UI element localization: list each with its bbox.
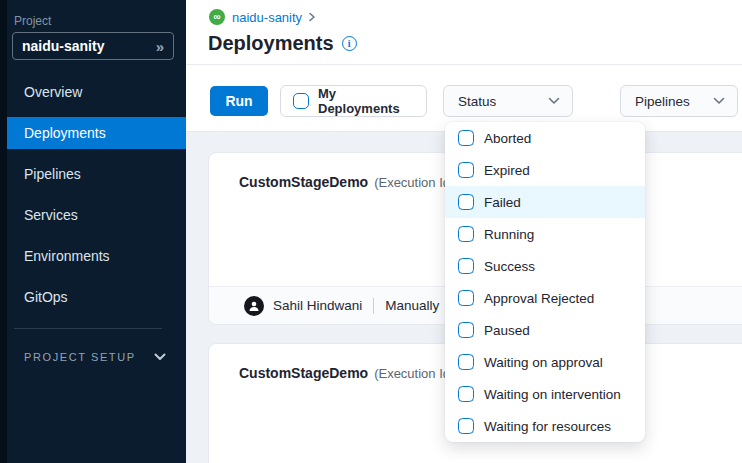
menu-item-success[interactable]: Success [445, 250, 645, 282]
sidebar-item-label: Environments [24, 248, 110, 264]
chevron-down-icon [548, 97, 560, 105]
menu-checkbox[interactable] [458, 386, 474, 402]
execution-id-label: (Execution Id [374, 366, 450, 381]
page-title: Deployments [208, 32, 334, 55]
menu-checkbox[interactable] [458, 354, 474, 370]
menu-checkbox[interactable] [458, 130, 474, 146]
menu-item-label: Paused [484, 323, 530, 338]
my-deployments-checkbox[interactable] [293, 93, 309, 109]
cd-module-icon: ∞ [209, 9, 225, 25]
sidebar-item-label: Overview [24, 84, 82, 100]
menu-checkbox[interactable] [458, 290, 474, 306]
chevron-down-icon [154, 353, 166, 361]
sidebar-item-label: Deployments [24, 125, 106, 141]
status-filter-dropdown[interactable]: Status [443, 85, 573, 117]
sidebar-item-environments[interactable]: Environments [7, 240, 186, 272]
menu-item-label: Running [484, 227, 534, 242]
sidebar-item-pipelines[interactable]: Pipelines [7, 158, 186, 190]
menu-item-label: Approval Rejected [484, 291, 594, 306]
menu-item-label: Failed [484, 195, 521, 210]
sidebar-item-gitops[interactable]: GitOps [7, 281, 186, 313]
sidebar: Project naidu-sanity » Overview Deployme… [0, 0, 186, 463]
my-deployments-label: My Deployments [318, 86, 414, 116]
menu-item-waiting-on-approval[interactable]: Waiting on approval [445, 346, 645, 378]
header-divider [186, 64, 742, 65]
project-selector-value: naidu-sanity [22, 38, 104, 54]
main-content: ∞ naidu-sanity Deployments i Run My Depl… [186, 0, 742, 463]
project-setup-label: PROJECT SETUP [24, 351, 136, 363]
execution-card-title-row: CustomStageDemo (Execution Id [239, 174, 450, 190]
breadcrumb: ∞ naidu-sanity [209, 9, 316, 25]
footer-divider [373, 298, 374, 314]
execution-card-title-row: CustomStageDemo (Execution Id [239, 365, 450, 381]
menu-item-approval-rejected[interactable]: Approval Rejected [445, 282, 645, 314]
user-avatar [244, 296, 264, 316]
project-selector[interactable]: naidu-sanity » [12, 32, 174, 60]
menu-item-aborted[interactable]: Aborted [445, 122, 645, 154]
chevron-down-icon [713, 97, 725, 105]
menu-item-label: Waiting on intervention [484, 387, 621, 402]
double-chevron-icon[interactable]: » [156, 39, 164, 54]
sidebar-item-services[interactable]: Services [7, 199, 186, 231]
sidebar-divider [14, 328, 162, 329]
status-filter-menu: Aborted Expired Failed Running Success A… [445, 122, 645, 442]
person-icon [248, 300, 260, 312]
chevron-right-icon [308, 12, 316, 22]
menu-item-label: Waiting for resources [484, 419, 611, 434]
menu-item-waiting-for-resources[interactable]: Waiting for resources [445, 410, 645, 442]
sidebar-item-deployments[interactable]: Deployments [7, 117, 186, 149]
sidebar-item-label: Pipelines [24, 166, 81, 182]
menu-item-label: Waiting on approval [484, 355, 603, 370]
trigger-type: Manually [385, 298, 439, 313]
pipelines-filter-label: Pipelines [635, 94, 690, 109]
menu-item-expired[interactable]: Expired [445, 154, 645, 186]
module-rail [0, 0, 7, 463]
menu-checkbox[interactable] [458, 194, 474, 210]
menu-checkbox[interactable] [458, 418, 474, 434]
menu-item-paused[interactable]: Paused [445, 314, 645, 346]
sidebar-item-label: Services [24, 207, 78, 223]
menu-item-label: Expired [484, 163, 530, 178]
page-title-row: Deployments i [208, 32, 357, 55]
my-deployments-filter[interactable]: My Deployments [280, 85, 427, 117]
pipelines-filter-dropdown[interactable]: Pipelines [620, 85, 738, 117]
triggered-by-user: Sahil Hindwani [273, 298, 362, 313]
breadcrumb-project-link[interactable]: naidu-sanity [232, 10, 302, 25]
info-icon[interactable]: i [342, 36, 357, 51]
menu-item-failed[interactable]: Failed [445, 186, 645, 218]
menu-checkbox[interactable] [458, 226, 474, 242]
pipeline-name: CustomStageDemo [239, 365, 368, 381]
menu-checkbox[interactable] [458, 258, 474, 274]
sidebar-item-label: GitOps [24, 289, 68, 305]
menu-item-waiting-on-intervention[interactable]: Waiting on intervention [445, 378, 645, 410]
sidebar-item-overview[interactable]: Overview [7, 76, 186, 108]
execution-id-label: (Execution Id [374, 175, 450, 190]
menu-item-running[interactable]: Running [445, 218, 645, 250]
pipeline-name: CustomStageDemo [239, 174, 368, 190]
menu-checkbox[interactable] [458, 162, 474, 178]
menu-checkbox[interactable] [458, 322, 474, 338]
menu-item-label: Aborted [484, 131, 531, 146]
run-button[interactable]: Run [210, 86, 268, 116]
status-filter-label: Status [458, 94, 496, 109]
project-label: Project [14, 14, 51, 28]
page-header: ∞ naidu-sanity Deployments i Run My Depl… [186, 0, 742, 132]
project-setup-toggle[interactable]: PROJECT SETUP [24, 348, 172, 366]
menu-item-label: Success [484, 259, 535, 274]
